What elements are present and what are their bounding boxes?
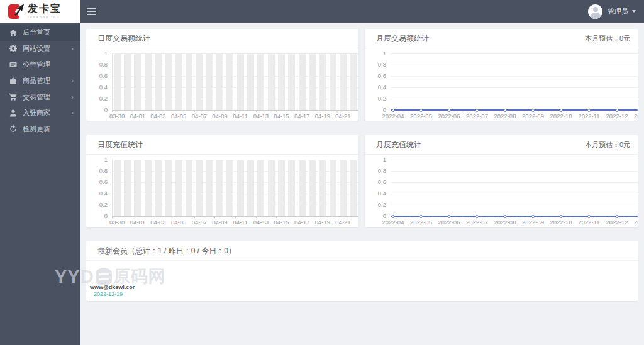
card-title: 月度交易额统计本月预估：0元 [365, 29, 638, 48]
x-axis-label: 2022-05 [408, 113, 435, 119]
gridline [391, 194, 638, 194]
line-marker [475, 215, 479, 218]
y-axis-label: 0.8 [365, 62, 386, 68]
bar [247, 160, 254, 216]
line-marker [475, 109, 479, 112]
brand-logo[interactable]: 发卡宝 fakabao.top [0, 0, 80, 23]
bar [309, 53, 316, 110]
x-axis-label: 2023-01 [631, 219, 638, 226]
line-marker [560, 109, 563, 112]
bar [206, 53, 213, 110]
axis-tick [256, 216, 257, 218]
bar [247, 53, 254, 110]
bar [340, 53, 347, 110]
axis-tick [112, 216, 113, 218]
chevron-right-icon: › [71, 77, 74, 84]
line-marker [616, 215, 619, 218]
gridline [391, 160, 638, 160]
bar [114, 53, 121, 110]
y-axis-label: 0 [86, 107, 108, 113]
card-daily-transactions: 日度交易额统计 00.20.40.60.8103-3004-0104-0304-… [86, 29, 358, 121]
axis-tick [112, 110, 113, 112]
y-axis-label: 0.8 [86, 168, 108, 174]
bar [165, 53, 172, 110]
sidebar-item-7[interactable]: 检测更新 [0, 121, 80, 138]
bar [145, 53, 152, 110]
line-marker [419, 109, 423, 112]
y-axis-label: 1 [365, 156, 386, 163]
x-axis-label: 2022-06 [435, 219, 463, 226]
axis-tick [297, 216, 297, 218]
brand-logo-icon [8, 3, 25, 19]
line-marker [392, 215, 395, 218]
bar [309, 160, 316, 216]
user-menu[interactable]: 管理员 [588, 4, 636, 19]
y-axis-label: 0 [86, 213, 108, 219]
sidebar-item-3[interactable]: 公告管理 [0, 57, 80, 73]
bar [257, 160, 264, 216]
bar [206, 160, 213, 216]
card-title: 日度交易额统计 [86, 29, 358, 48]
brand-domain: fakabao.top [28, 15, 62, 19]
bar [268, 160, 275, 216]
gridline [391, 171, 638, 172]
bar [216, 53, 223, 110]
gridline [391, 99, 638, 99]
axis-tick [276, 216, 277, 218]
gridline [391, 76, 638, 77]
sidebar-item-6[interactable]: 入驻商家› [0, 105, 80, 121]
bar [145, 160, 152, 216]
card-latest-members: 最新会员（总计：1 / 昨日：0 / 今日：0） www@dkewl.cor 2… [86, 241, 638, 301]
sidebar-nav: 后台首页网站设置›公告管理商品管理›交易管理›入驻商家›检测更新 [0, 23, 80, 137]
card-daily-recharge: 日度充值统计 00.20.40.60.8103-3004-0104-0304-0… [86, 135, 358, 227]
bar [340, 160, 347, 216]
month-estimate: 本月预估：0元 [585, 29, 630, 48]
sidebar-item-1[interactable]: 后台首页 [0, 25, 80, 41]
x-axis-label: 2023-01 [631, 113, 638, 119]
bar [319, 160, 326, 216]
axis-tick [194, 110, 195, 112]
bar [299, 53, 306, 110]
bar [330, 160, 336, 216]
bar [175, 160, 182, 216]
bar [155, 160, 162, 216]
chevron-down-icon [632, 10, 636, 13]
axis-tick [318, 110, 318, 112]
menu-toggle-icon[interactable] [87, 6, 96, 16]
monthly-transactions-chart: 00.20.40.60.812022-042022-052022-062022-… [365, 48, 638, 121]
bar [134, 53, 141, 110]
sidebar-item-label: 商品管理 [23, 76, 50, 85]
x-axis-label: 2022-12 [603, 219, 631, 226]
daily-transactions-chart: 00.20.40.60.8103-3004-0104-0304-0504-070… [86, 48, 358, 121]
bar [278, 53, 285, 110]
y-axis-label: 0.6 [365, 73, 386, 79]
sidebar-item-5[interactable]: 交易管理› [0, 89, 80, 105]
home-icon [9, 28, 17, 36]
axis-tick [153, 216, 153, 218]
bar [175, 53, 182, 110]
sidebar-item-4[interactable]: 商品管理› [0, 73, 80, 89]
bar [278, 160, 285, 216]
axis-tick [256, 110, 257, 112]
user-name: 管理员 [608, 7, 628, 16]
x-axis-label: 04-21 [331, 219, 356, 226]
update-icon [9, 125, 17, 133]
brand-name: 发卡宝 [28, 4, 62, 14]
y-axis-label: 0.8 [365, 168, 386, 174]
sidebar-item-2[interactable]: 网站设置› [0, 41, 80, 57]
bar [124, 160, 131, 216]
axis-tick [338, 110, 338, 112]
chevron-right-icon: › [71, 109, 74, 116]
chevron-right-icon: › [71, 45, 74, 52]
sidebar-item-label: 交易管理 [23, 92, 50, 102]
y-axis-label: 0.2 [86, 96, 108, 102]
y-axis-label: 0.4 [365, 190, 386, 197]
axis-tick [214, 110, 215, 112]
line-marker [587, 109, 591, 112]
card-monthly-recharge: 月度充值统计本月预估：0元 00.20.40.60.812022-042022-… [365, 135, 638, 227]
axis-tick [318, 216, 318, 218]
card-title: 最新会员（总计：1 / 昨日：0 / 今日：0） [86, 241, 638, 261]
monthly-recharge-chart: 00.20.40.60.812022-042022-052022-062022-… [365, 155, 638, 227]
sidebar-item-label: 网站设置 [23, 44, 50, 53]
sidebar-item-label: 入驻商家 [23, 108, 50, 118]
